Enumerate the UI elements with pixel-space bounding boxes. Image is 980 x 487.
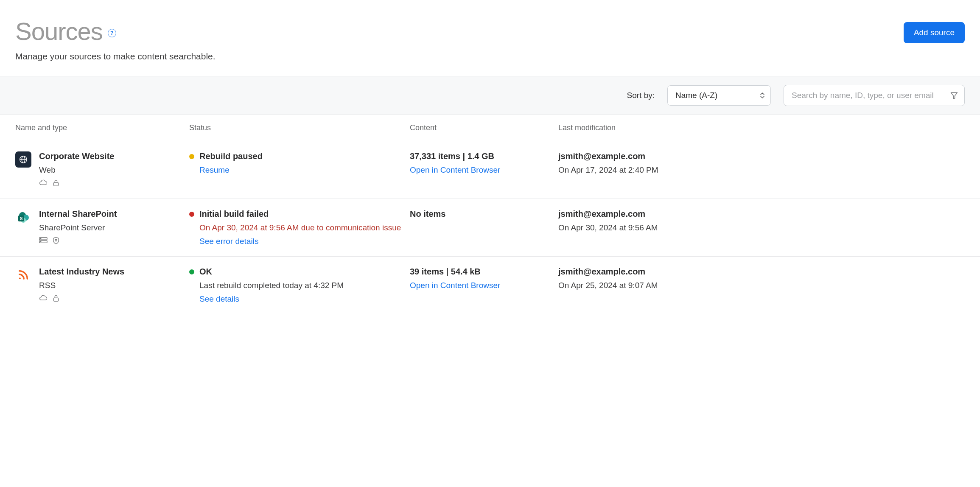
globe-icon [15, 151, 31, 168]
page-title-row: Sources ? [15, 17, 216, 45]
name-stack: Latest Industry News RSS [39, 267, 124, 304]
filter-icon[interactable] [950, 91, 958, 100]
modified-by: jsmith@example.com [558, 267, 965, 277]
status-line: Initial build failed [189, 209, 410, 219]
svg-rect-4 [54, 182, 59, 186]
column-header-modified: Last modification [558, 123, 965, 132]
sort-select[interactable]: Name (A-Z) [667, 85, 771, 106]
status-text: Rebuild paused [199, 151, 263, 161]
column-header-name: Name and type [15, 123, 189, 132]
svg-marker-0 [951, 92, 958, 99]
sharepoint-icon: S [15, 209, 31, 225]
page-subtitle: Manage your sources to make content sear… [15, 51, 216, 62]
status-cell: Initial build failed On Apr 30, 2024 at … [189, 209, 410, 246]
cloud-icon [39, 294, 48, 304]
name-cell: Latest Industry News RSS [15, 267, 189, 304]
svg-point-14 [55, 239, 57, 241]
table-row[interactable]: Corporate Website Web Rebuild paused Res… [0, 141, 980, 199]
open-content-browser-link[interactable]: Open in Content Browser [410, 281, 558, 290]
name-cell: S Internal SharePoint SharePoint Server [15, 209, 189, 246]
source-name: Internal SharePoint [39, 209, 117, 219]
content-summary: 37,331 items | 1.4 GB [410, 151, 558, 161]
svg-point-12 [40, 238, 41, 239]
modification-cell: jsmith@example.com On Apr 30, 2024 at 9:… [558, 209, 965, 246]
add-source-button[interactable]: Add source [904, 22, 965, 43]
source-type: Web [39, 165, 114, 175]
status-dot-icon [189, 154, 194, 159]
name-stack: Internal SharePoint SharePoint Server [39, 209, 117, 246]
see-error-details-link[interactable]: See error details [199, 237, 410, 246]
resume-link[interactable]: Resume [199, 165, 410, 175]
name-cell: Corporate Website Web [15, 151, 189, 188]
svg-point-13 [40, 241, 41, 242]
search-field-wrapper [784, 85, 965, 106]
badge-row [39, 237, 117, 246]
status-cell: Rebuild paused Resume [189, 151, 410, 188]
server-icon [39, 237, 48, 246]
status-detail: On Apr 30, 2024 at 9:56 AM due to commun… [199, 223, 410, 232]
status-text: OK [199, 267, 212, 277]
status-text: Initial build failed [199, 209, 269, 219]
toolbar: Sort by: Name (A-Z) [0, 76, 980, 115]
badge-row [39, 294, 124, 304]
modified-by: jsmith@example.com [558, 209, 965, 219]
badge-row [39, 179, 114, 188]
source-type: RSS [39, 281, 124, 290]
svg-text:S: S [20, 216, 23, 221]
modification-cell: jsmith@example.com On Apr 25, 2024 at 9:… [558, 267, 965, 304]
sort-caret-icon [760, 92, 764, 98]
source-type: SharePoint Server [39, 223, 117, 232]
page-header: Sources ? Manage your sources to make co… [0, 0, 980, 76]
content-cell: 39 items | 54.4 kB Open in Content Brows… [410, 267, 558, 304]
unlocked-icon [53, 294, 59, 304]
shield-icon [53, 237, 59, 246]
search-input[interactable] [792, 91, 946, 100]
see-details-link[interactable]: See details [199, 294, 410, 304]
column-header-content: Content [410, 123, 558, 132]
status-detail: Last rebuild completed today at 4:32 PM [199, 281, 410, 290]
column-header-status: Status [189, 123, 410, 132]
page-title: Sources [15, 17, 103, 45]
modification-cell: jsmith@example.com On Apr 17, 2024 at 2:… [558, 151, 965, 188]
table-row[interactable]: S Internal SharePoint SharePoint Server … [0, 199, 980, 257]
help-icon[interactable]: ? [108, 29, 116, 37]
page-title-block: Sources ? Manage your sources to make co… [15, 17, 216, 62]
status-cell: OK Last rebuild completed today at 4:32 … [189, 267, 410, 304]
content-summary: 39 items | 54.4 kB [410, 267, 558, 277]
sort-select-value: Name (A-Z) [675, 91, 717, 100]
table-row[interactable]: Latest Industry News RSS OK Last rebuild… [0, 257, 980, 314]
status-dot-icon [189, 212, 194, 217]
modified-on: On Apr 25, 2024 at 9:07 AM [558, 281, 965, 290]
content-cell: 37,331 items | 1.4 GB Open in Content Br… [410, 151, 558, 188]
sort-by-label: Sort by: [627, 91, 655, 100]
content-summary: No items [410, 209, 558, 219]
modified-on: On Apr 30, 2024 at 9:56 AM [558, 223, 965, 232]
status-dot-icon [189, 269, 194, 274]
cloud-icon [39, 179, 48, 188]
svg-rect-16 [54, 298, 59, 301]
svg-point-15 [19, 277, 21, 279]
status-line: OK [189, 267, 410, 277]
rss-icon [15, 267, 31, 283]
source-name: Corporate Website [39, 151, 114, 161]
content-cell: No items [410, 209, 558, 246]
modified-by: jsmith@example.com [558, 151, 965, 161]
source-name: Latest Industry News [39, 267, 124, 277]
table-header: Name and type Status Content Last modifi… [0, 115, 980, 141]
name-stack: Corporate Website Web [39, 151, 114, 188]
open-content-browser-link[interactable]: Open in Content Browser [410, 165, 558, 175]
modified-on: On Apr 17, 2024 at 2:40 PM [558, 165, 965, 175]
unlocked-icon [53, 179, 59, 188]
status-line: Rebuild paused [189, 151, 410, 161]
